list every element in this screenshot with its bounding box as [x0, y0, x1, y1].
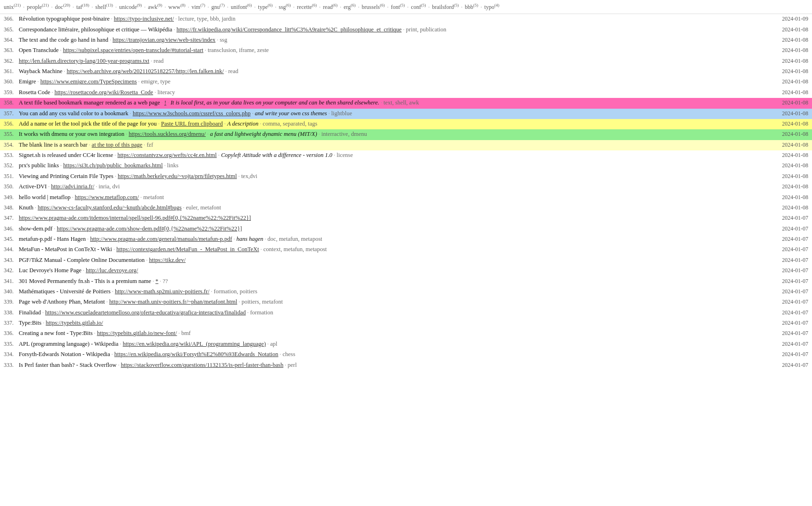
row-tags: doc, metafun, metapost: [268, 236, 323, 242]
row-url[interactable]: http://www.pragma-ade.com/general/manual…: [90, 236, 232, 242]
tag-link[interactable]: font(5): [391, 4, 405, 10]
row-number: 335.: [4, 340, 19, 349]
row-date: 2024-01-08: [782, 109, 808, 118]
row-number: 333.: [4, 361, 19, 370]
row-url[interactable]: http://len.falken.directory/p-lang/100-y…: [19, 58, 149, 64]
row-url[interactable]: !: [164, 99, 166, 106]
tag-link[interactable]: unicode(9): [119, 4, 142, 10]
row-number: 365.: [4, 25, 19, 34]
row-url[interactable]: https://typebits.gitlab.io/new-font/: [97, 330, 177, 336]
row-url[interactable]: https://www.pragma-ade.com/show-dem.pdf#…: [57, 225, 242, 232]
tag-link[interactable]: people(21): [27, 4, 49, 10]
tag-link[interactable]: typo(4): [484, 4, 499, 10]
row-url[interactable]: https://subpixel.space/entries/open-tran…: [63, 47, 203, 53]
row-title: Forsyth-Edwards Notation - Wikipedia: [19, 351, 110, 357]
row-url[interactable]: https://transjovian.org/view/web-sites/i…: [113, 37, 216, 43]
row-url[interactable]: https://tikz.dev/: [149, 257, 186, 263]
row-title: Knuth: [19, 204, 33, 211]
row-url[interactable]: http://advi.inria.fr/: [51, 183, 94, 190]
tag-link[interactable]: ssg(6): [279, 4, 291, 10]
row-url[interactable]: https://rosettacode.org/wiki/Rosetta_Cod…: [54, 89, 153, 96]
row-number: 364.: [4, 36, 19, 45]
row-url[interactable]: at the top of this page: [92, 141, 143, 148]
tag-link[interactable]: erg(6): [344, 4, 356, 10]
row-content: show-dem.pdf·https://www.pragma-ade.com/…: [19, 224, 776, 233]
list-row: 354.The blank line is a search bar·at th…: [0, 140, 812, 150]
row-content: Emigre·https://www.emigre.com/TypeSpecim…: [19, 77, 776, 86]
row-date: 2024-01-08: [782, 161, 808, 170]
row-tags: literacy: [158, 89, 175, 96]
row-title: Active-DVI: [19, 183, 47, 190]
row-url[interactable]: https://constantvzw.org/wefts/cc4r.en.ht…: [117, 152, 217, 158]
row-date: 2024-01-08: [782, 203, 808, 212]
row-url[interactable]: https://web.archive.org/web/202110251822…: [67, 68, 224, 74]
tag-link[interactable]: type(6): [258, 4, 272, 10]
row-url[interactable]: https://contextgarden.net/MetaFun_-_Meta…: [116, 246, 259, 253]
row-url[interactable]: https://en.wikipedia.org/wiki/APL_(progr…: [123, 341, 266, 347]
row-url[interactable]: https://stackoverflow.com/questions/1132…: [121, 362, 284, 368]
list-row: 337.Type:Bits·https://typebits.gitlab.io…: [0, 318, 812, 328]
row-url[interactable]: https://typo-inclusive.net/: [114, 15, 174, 22]
row-title: Emigre: [19, 78, 36, 85]
row-url[interactable]: *: [156, 278, 158, 284]
row-date: 2024-01-08: [782, 141, 808, 149]
row-date: 2024-01-08: [782, 172, 808, 181]
tag-link[interactable]: doc(20): [55, 4, 70, 10]
row-url[interactable]: https://www.metaflop.com/: [75, 194, 139, 201]
row-url[interactable]: Paste URL from clipboard: [161, 120, 223, 127]
row-number: 344.: [4, 245, 19, 254]
list-row: 366.Révolution typographique post-binair…: [0, 14, 812, 24]
tag-link[interactable]: brussels(6): [362, 4, 385, 10]
row-url[interactable]: https://www.emigre.com/TypeSpecimens: [40, 78, 137, 85]
row-tags: formation, poitiers: [214, 288, 257, 295]
tag-link[interactable]: taf(18): [76, 4, 90, 10]
tag-link[interactable]: www(8): [168, 4, 186, 10]
list-row: 335.APL (programming language) - Wikiped…: [0, 339, 812, 350]
row-title: hello world | metaflop: [19, 194, 70, 201]
row-number: 343.: [4, 256, 19, 265]
row-tags: euler, metafont: [186, 204, 221, 211]
row-date: 2024-01-08: [782, 151, 808, 160]
list-row: 340.Mathématiques - Université de Poitie…: [0, 287, 812, 297]
list-row: 361.Wayback Machine·https://web.archive.…: [0, 67, 812, 77]
row-tags: poitiers, metafont: [241, 298, 283, 305]
tag-link[interactable]: shell(13): [95, 4, 113, 10]
tag-link[interactable]: unix(21): [4, 4, 21, 10]
list-row: 338.Finalidad·https://www.escueladeartet…: [0, 308, 812, 318]
tag-link[interactable]: vim(7): [192, 4, 205, 10]
row-url[interactable]: https://www-cs-faculty.stanford.edu/~knu…: [38, 204, 181, 211]
row-url[interactable]: https://en.wikipedia.org/wiki/Forsyth%E2…: [114, 351, 278, 357]
tag-link[interactable]: bbb(5): [465, 4, 479, 10]
row-url[interactable]: https://tools.suckless.org/dmenu/: [128, 131, 205, 137]
row-url[interactable]: http://www-math.univ-poitiers.fr/~phan/m…: [109, 298, 237, 305]
row-content: Wayback Machine·https://web.archive.org/…: [19, 67, 776, 76]
tag-link[interactable]: brailsford(5): [432, 4, 459, 10]
row-title: You can add any css valid color to a boo…: [19, 110, 128, 117]
tag-link[interactable]: recette(6): [297, 4, 316, 10]
row-date: 2024-01-08: [782, 130, 808, 139]
row-tags: transclusion, iframe, zeste: [208, 47, 269, 53]
row-date: 2024-01-07: [782, 287, 808, 296]
row-title: Finalidad: [19, 309, 41, 316]
row-url[interactable]: http://www-math.sp2mi.univ-poitiers.fr/: [115, 288, 210, 295]
tag-link[interactable]: awk(9): [148, 4, 163, 10]
row-url[interactable]: http://luc.devroye.org/: [86, 267, 138, 274]
row-content: Forsyth-Edwards Notation - Wikipedia·htt…: [19, 350, 776, 359]
row-url[interactable]: https://www.escueladeartetomelloso.org/o…: [45, 309, 246, 316]
row-url[interactable]: https://math.berkeley.edu/~vojta/prn/fil…: [118, 173, 237, 179]
row-content: http://len.falken.directory/p-lang/100-y…: [19, 57, 776, 66]
row-url[interactable]: https://www.pragma-ade.com/itdemos/inter…: [19, 215, 251, 221]
tag-link[interactable]: unifont(6): [231, 4, 252, 10]
tag-link[interactable]: read(6): [323, 4, 338, 10]
row-tags: lightblue: [331, 110, 352, 117]
row-url[interactable]: https://fr.wikipedia.org/wiki/Correspond…: [176, 26, 401, 33]
row-tags: read: [228, 68, 239, 74]
row-url[interactable]: https://typebits.gitlab.io/: [46, 320, 103, 326]
row-date: 2024-01-08: [782, 98, 808, 107]
row-url[interactable]: https://si3t.ch/pub/public_bookmarks.htm…: [63, 162, 163, 169]
row-url[interactable]: https://www.w3schools.com/cssref/css_col…: [133, 110, 251, 117]
row-tags: chess: [283, 351, 295, 357]
tag-link[interactable]: gnu(7): [211, 4, 225, 10]
row-number: 334.: [4, 350, 19, 359]
tag-link[interactable]: conf(5): [411, 4, 426, 10]
